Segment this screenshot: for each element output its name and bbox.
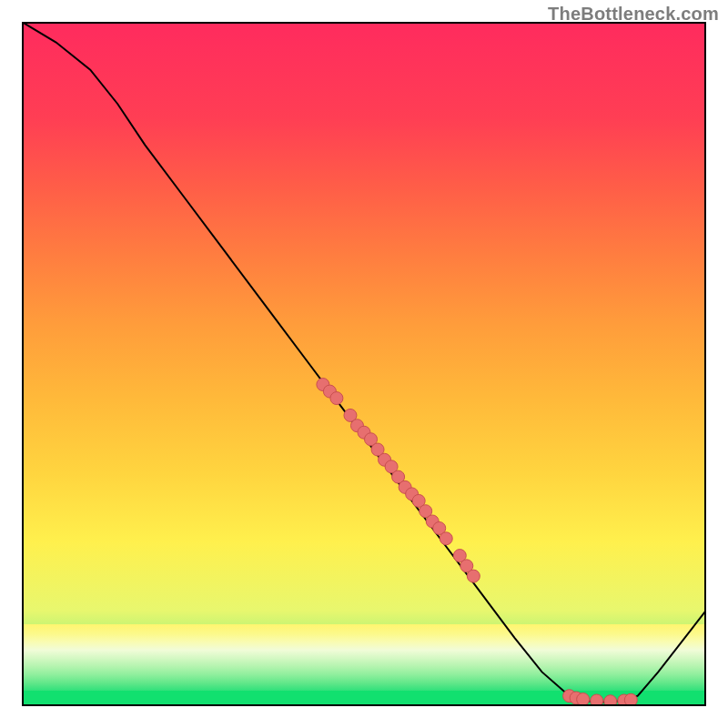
- chart-stage: TheBottleneck.com: [0, 0, 728, 728]
- plot-gradient-background: [22, 22, 706, 706]
- watermark-text: TheBottleneck.com: [548, 4, 719, 25]
